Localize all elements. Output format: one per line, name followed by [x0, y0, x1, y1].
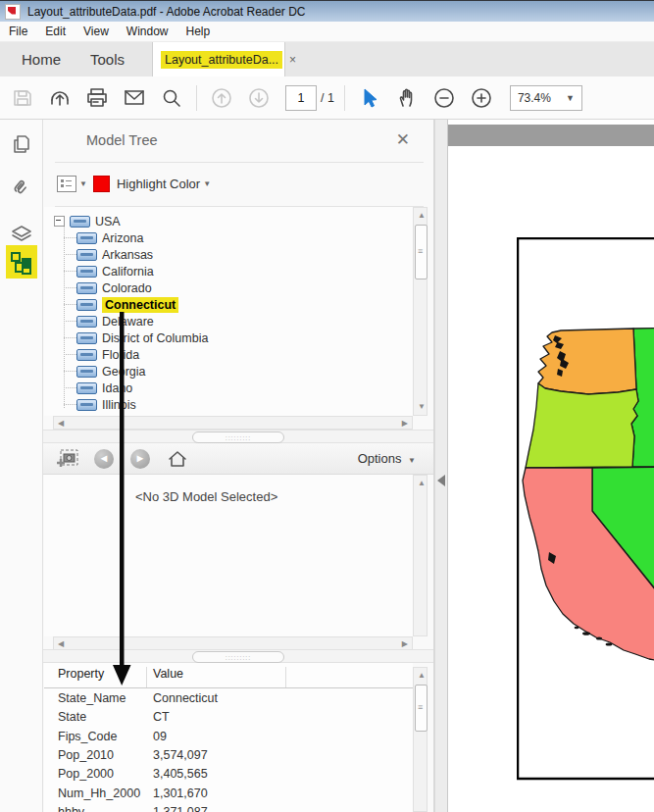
tree-node-florida[interactable]: Florida [76, 346, 139, 363]
property-row-fips_code[interactable]: Fips_Code09 [44, 730, 413, 748]
scroll-up-icon[interactable]: ▲ [418, 480, 426, 487]
chevron-down-icon[interactable]: ▼ [79, 179, 87, 188]
property-column-header[interactable]: Property [58, 667, 104, 681]
tree-node-usa[interactable]: USA [54, 213, 121, 229]
tree-horizontal-scrollbar[interactable]: ◀ ▶ [53, 416, 413, 430]
zoom-level-dropdown[interactable]: 73.4% ▼ [510, 85, 582, 111]
search-icon[interactable] [155, 81, 188, 115]
menu-item-window[interactable]: Window [118, 22, 177, 41]
select-tool-cursor-icon[interactable] [353, 81, 386, 115]
menu-bar: FileEditViewWindowHelp [0, 22, 654, 42]
collapse-panel-icon[interactable] [437, 475, 445, 486]
scroll-right-icon[interactable]: ▶ [402, 420, 408, 428]
tree-node-georgia[interactable]: Georgia [76, 363, 145, 380]
tab-home[interactable]: Home [8, 42, 75, 76]
scroll-down-icon[interactable]: ▼ [418, 403, 426, 411]
email-button[interactable] [118, 81, 151, 115]
document-view[interactable] [448, 120, 654, 812]
tab-close-icon[interactable]: × [289, 54, 296, 66]
attachments-paperclip-icon[interactable] [9, 177, 34, 202]
options-menu[interactable]: Options ▼ [358, 451, 422, 466]
property-value: 1,371,087 [153, 805, 208, 812]
tree-label: USA [95, 215, 121, 228]
model-node-icon [76, 349, 97, 361]
tree-node-arizona[interactable]: Arizona [76, 229, 143, 246]
scroll-right-icon[interactable]: ▶ [402, 640, 408, 648]
tree-node-california[interactable]: California [76, 263, 154, 279]
splitter-grip[interactable]: ::::::::: [192, 651, 284, 663]
default-view-home-icon[interactable] [167, 448, 188, 470]
property-name: State [58, 710, 86, 724]
state-oregon[interactable] [526, 383, 638, 468]
tree-connector [64, 225, 65, 408]
scroll-up-icon[interactable]: ▲ [418, 672, 426, 680]
tree-connector [64, 354, 76, 355]
tree-vertical-scrollbar[interactable]: ▲ ▼ [413, 207, 428, 416]
scroll-left-icon[interactable]: ◀ [58, 640, 64, 648]
panel-resize-splitter[interactable] [434, 120, 448, 812]
menu-item-view[interactable]: View [75, 22, 118, 41]
model-tree-panel-icon[interactable] [6, 245, 37, 279]
previous-page-button[interactable] [205, 81, 238, 115]
menu-item-edit[interactable]: Edit [36, 22, 75, 41]
tree-label: Idaho [102, 381, 132, 395]
previous-view-button[interactable]: ◄ [94, 449, 114, 469]
property-row-pop_2000[interactable]: Pop_20003,405,565 [44, 767, 413, 786]
zoom-level-value: 73.4% [518, 91, 551, 105]
tree-connector [64, 321, 76, 322]
tree-node-arkansas[interactable]: Arkansas [76, 246, 153, 263]
property-row-state[interactable]: StateCT [44, 710, 413, 729]
close-panel-icon[interactable]: ✕ [396, 131, 410, 148]
property-row-num_hh_2000[interactable]: Num_Hh_20001,301,670 [44, 787, 413, 805]
scrollbar-thumb[interactable] [415, 225, 428, 279]
value-column-header[interactable]: Value [153, 667, 183, 681]
scroll-left-icon[interactable]: ◀ [58, 420, 64, 428]
tree-node-district-of-columbia[interactable]: District of Columbia [76, 330, 208, 346]
page-number-input[interactable]: 1 [285, 85, 317, 111]
table-vertical-scrollbar[interactable]: ▲ [413, 667, 428, 812]
tree-node-delaware[interactable]: Delaware [76, 313, 154, 330]
tab-document[interactable]: Layout_attributeDa... × [153, 42, 285, 76]
tree-node-colorado[interactable]: Colorado [76, 279, 152, 296]
zoom-in-button[interactable] [465, 81, 498, 115]
share-upload-button[interactable] [43, 81, 76, 115]
save-button[interactable] [6, 81, 39, 115]
scroll-up-icon[interactable]: ▲ [418, 212, 426, 220]
tree-connector [64, 371, 76, 372]
scrollbar-thumb[interactable] [415, 685, 428, 732]
property-value: Connecticut [153, 691, 218, 705]
property-row-state_name[interactable]: State_NameConnecticut [44, 691, 413, 710]
panel-splitter[interactable]: ::::::::: [43, 430, 433, 443]
view-options-icon[interactable] [57, 176, 76, 192]
splitter-grip[interactable]: ::::::::: [192, 431, 284, 443]
tab-tools[interactable]: Tools [76, 42, 138, 76]
property-name: Pop_2000 [58, 767, 114, 781]
page-thumbnails-icon[interactable] [9, 131, 34, 157]
model-3d-horizontal-scrollbar[interactable]: ◀ ▶ [53, 636, 413, 650]
tree-node-idaho[interactable]: Idaho [76, 380, 132, 396]
tree-node-connecticut[interactable]: Connecticut [76, 296, 178, 313]
property-row-pop_2010[interactable]: Pop_20103,574,097 [44, 748, 413, 767]
capture-view-camera-icon[interactable] [55, 447, 80, 471]
zoom-out-button[interactable] [428, 81, 461, 115]
model-node-icon [76, 299, 97, 311]
collapse-minus-icon[interactable] [54, 216, 65, 227]
property-row-hhby[interactable]: hhby1,371,087 [44, 805, 413, 812]
property-value: CT [153, 710, 170, 724]
print-button[interactable] [80, 81, 114, 115]
model-3d-scrollbar[interactable]: ▲ [413, 475, 428, 636]
state-washington[interactable] [538, 329, 636, 394]
tree-node-illinois[interactable]: Illinois [76, 396, 136, 413]
highlight-color-swatch[interactable] [93, 176, 110, 192]
highlight-color-label: Highlight Color [117, 177, 200, 191]
layers-icon[interactable] [9, 222, 34, 247]
menu-item-help[interactable]: Help [177, 22, 220, 41]
navigation-rail [0, 120, 43, 812]
chevron-down-icon[interactable]: ▼ [203, 179, 211, 188]
panel-splitter[interactable]: ::::::::: [43, 649, 433, 663]
tree-connector [64, 287, 76, 288]
menu-item-file[interactable]: File [0, 22, 36, 41]
next-page-button[interactable] [242, 81, 276, 115]
hand-tool-icon[interactable] [390, 81, 424, 115]
next-view-button[interactable]: ► [130, 449, 150, 469]
